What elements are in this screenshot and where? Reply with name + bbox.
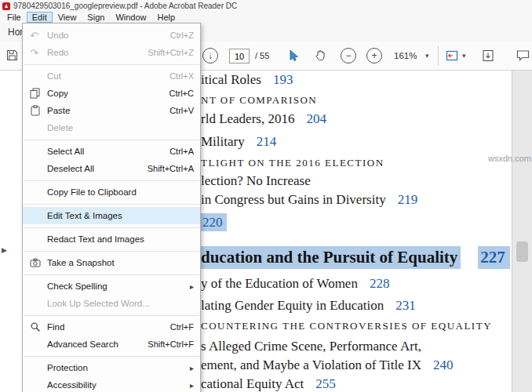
toc-entry-text: ement, and Maybe a Violation of Title IX bbox=[201, 358, 421, 372]
paste-icon bbox=[30, 105, 47, 116]
toc-entry-text: TLIGHT ON THE 2016 ELECTION bbox=[201, 157, 384, 169]
menu-item-label: Undo bbox=[47, 31, 69, 40]
toc-page-number: 228 bbox=[370, 276, 390, 291]
find-icon bbox=[30, 321, 47, 332]
fit-page-icon[interactable] bbox=[482, 49, 494, 62]
toc-heading-line: ducation and the Pursuit of Equality227 bbox=[201, 248, 510, 267]
toc-line: COUNTERING THE CONTROVERSIES OF EQUALITY bbox=[201, 320, 492, 332]
menu-item-shortcut: Ctrl+Z bbox=[170, 31, 194, 40]
menu-item-edit-text-and-images[interactable]: Edit Text & Images bbox=[23, 207, 200, 224]
menu-item-label: Copy File to Clipboard bbox=[47, 187, 137, 197]
minus-icon: − bbox=[345, 51, 351, 60]
menu-item-cut: Cut Ctrl+X bbox=[23, 67, 200, 85]
undo-icon: ↶ bbox=[30, 30, 47, 42]
page-number-input[interactable] bbox=[229, 49, 250, 64]
toc-entry-text: rld Leaders, 2016 bbox=[201, 111, 294, 126]
toc-line: itical Roles193 bbox=[201, 72, 293, 88]
menu-item-label: Deselect All bbox=[47, 164, 94, 173]
menu-item-deselect-all[interactable]: Deselect All Shift+Ctrl+A bbox=[23, 160, 200, 177]
toc-line: lating Gender Equity in Education231 bbox=[201, 298, 416, 314]
scrollbar-thumb[interactable] bbox=[516, 241, 528, 262]
menu-separator bbox=[24, 274, 199, 275]
comment-icon[interactable] bbox=[516, 49, 530, 62]
menu-item-copy[interactable]: Copy Ctrl+C bbox=[23, 85, 200, 102]
menu-file[interactable]: File bbox=[2, 12, 27, 23]
menu-view[interactable]: View bbox=[53, 12, 82, 23]
select-tool-icon[interactable] bbox=[287, 49, 300, 62]
toc-page-number: 240 bbox=[433, 358, 454, 372]
toc-line: ement, and Maybe a Violation of Title IX… bbox=[201, 358, 454, 373]
menu-item-label: Redo bbox=[47, 48, 69, 57]
menu-item-label: Look Up Selected Word... bbox=[47, 299, 150, 308]
toc-page-number: 204 bbox=[306, 111, 326, 126]
zoom-dropdown-caret-icon[interactable]: ▾ bbox=[425, 52, 429, 60]
menu-window[interactable]: Window bbox=[110, 12, 151, 23]
menu-separator bbox=[24, 227, 199, 228]
watermark: wsxdn.com bbox=[488, 154, 531, 163]
menu-item-paste[interactable]: Paste Ctrl+V bbox=[23, 102, 200, 119]
menu-item-protection[interactable]: Protection ▸ bbox=[23, 359, 200, 376]
menu-help[interactable]: Help bbox=[152, 12, 181, 23]
menu-item-label: Edit Text & Images bbox=[47, 211, 122, 220]
menu-item-shortcut: Shift+Ctrl+F bbox=[148, 339, 194, 349]
toc-line: Military214 bbox=[201, 134, 276, 150]
toc-line: s Alleged Crime Scene, Performance Art, bbox=[201, 339, 421, 354]
menu-item-label: Paste bbox=[47, 106, 70, 115]
toc-page-number: 219 bbox=[398, 192, 418, 207]
menu-separator bbox=[24, 180, 199, 181]
menu-item-delete: Delete bbox=[23, 119, 200, 136]
copy-icon bbox=[30, 88, 47, 99]
zoom-in-button[interactable]: + bbox=[366, 48, 382, 64]
toc-entry-text: in Congress but Gains in Diversity bbox=[201, 192, 386, 207]
window-title: 9780429503016_googlepreview.pdf - Adobe … bbox=[13, 2, 237, 10]
menu-item-accessibility[interactable]: Accessibility ▸ bbox=[23, 376, 200, 392]
redo-icon: ↷ bbox=[30, 47, 47, 59]
menu-item-shortcut: Ctrl+F bbox=[170, 322, 194, 332]
toc-line: in Congress but Gains in Diversity219 bbox=[201, 192, 417, 208]
menu-sign[interactable]: Sign bbox=[82, 12, 110, 23]
menu-item-shortcut: Shift+Ctrl+A bbox=[148, 164, 194, 173]
toc-line: TLIGHT ON THE 2016 ELECTION bbox=[201, 157, 384, 169]
menu-item-redo: ↷ Redo Shift+Ctrl+Z bbox=[23, 44, 200, 61]
toc-page-number-selected: 227 bbox=[478, 246, 510, 269]
menu-item-label: Cut bbox=[47, 71, 61, 81]
toc-page-number: 214 bbox=[257, 134, 277, 149]
page-down-button[interactable]: ↓ bbox=[202, 48, 218, 64]
page-count-label: / 55 bbox=[255, 51, 269, 60]
page-display-icon[interactable] bbox=[446, 49, 458, 62]
toc-page-number-selected: 220 bbox=[201, 213, 227, 231]
menu-item-shortcut: Ctrl+C bbox=[169, 89, 194, 98]
menu-item-redact-text-and-images[interactable]: Redact Text and Images bbox=[23, 230, 200, 248]
toc-entry-text: Military bbox=[201, 134, 245, 149]
menu-separator bbox=[24, 356, 199, 357]
save-icon[interactable] bbox=[6, 49, 18, 61]
toc-entry-text: COUNTERING THE CONTROVERSIES OF EQUALITY bbox=[201, 320, 492, 332]
zoom-out-button[interactable]: − bbox=[341, 48, 356, 64]
menu-item-advanced-search[interactable]: Advanced Search Shift+Ctrl+F bbox=[23, 336, 200, 353]
menu-edit[interactable]: Edit bbox=[27, 12, 53, 23]
menu-item-select-all[interactable]: Select All Ctrl+A bbox=[23, 143, 200, 160]
menu-item-label: Select All bbox=[47, 147, 84, 156]
toc-line: lection? No Increase bbox=[201, 173, 311, 189]
menu-item-take-a-snapshot[interactable]: Take a Snapshot bbox=[23, 254, 200, 271]
menu-item-find[interactable]: Find Ctrl+F bbox=[23, 318, 200, 336]
toc-line: y of the Education of Women228 bbox=[201, 276, 389, 292]
expand-panel-arrow[interactable]: ▶ bbox=[2, 246, 7, 254]
menu-item-label: Check Spelling bbox=[47, 281, 107, 291]
menu-item-label: Find bbox=[47, 322, 64, 332]
toc-entry-text: itical Roles bbox=[201, 72, 261, 87]
zoom-level-value[interactable]: 161% bbox=[394, 51, 417, 60]
submenu-arrow-icon: ▸ bbox=[190, 381, 194, 390]
toc-heading-text-selected: ducation and the Pursuit of Equality bbox=[201, 246, 461, 269]
submenu-arrow-icon: ▸ bbox=[190, 282, 194, 291]
menu-item-check-spelling[interactable]: Check Spelling ▸ bbox=[23, 278, 200, 295]
menu-item-label: Accessibility bbox=[47, 380, 97, 390]
scrollbar-track[interactable] bbox=[512, 71, 532, 392]
menu-item-copy-file-to-clipboard[interactable]: Copy File to Clipboard bbox=[23, 183, 200, 201]
hand-tool-icon[interactable] bbox=[314, 49, 326, 62]
adobe-reader-app-icon bbox=[2, 2, 10, 10]
menu-item-undo: ↶ Undo Ctrl+Z bbox=[23, 27, 200, 44]
page-display-caret-icon[interactable]: ▾ bbox=[462, 52, 466, 60]
toc-entry-text: lating Gender Equity in Education bbox=[201, 298, 384, 313]
toc-line: cational Equity Act255 bbox=[201, 376, 336, 392]
